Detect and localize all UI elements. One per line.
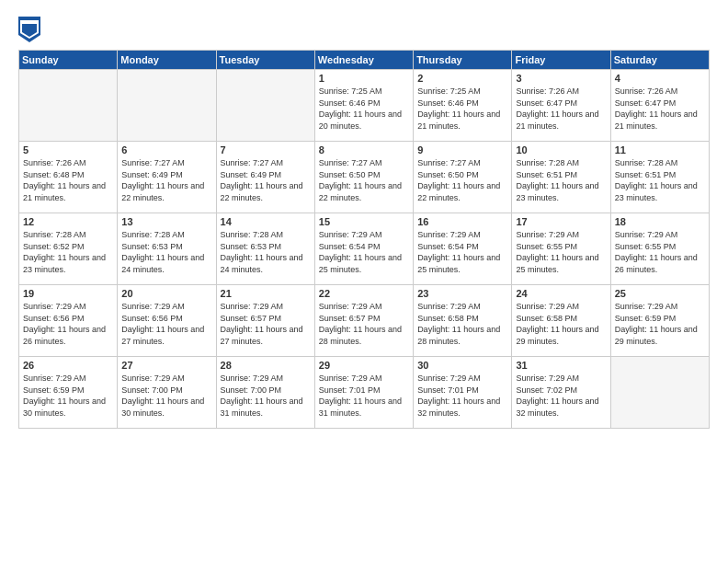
day-info: Sunrise: 7:26 AMSunset: 6:48 PMDaylight:… bbox=[23, 157, 113, 203]
day-number: 23 bbox=[417, 288, 507, 299]
day-number: 11 bbox=[615, 144, 705, 155]
day-number: 22 bbox=[319, 288, 409, 299]
weekday-header: Sunday bbox=[19, 51, 118, 70]
weekday-header: Tuesday bbox=[216, 51, 314, 70]
day-info: Sunrise: 7:29 AMSunset: 6:57 PMDaylight:… bbox=[221, 301, 311, 347]
calendar-cell: 7Sunrise: 7:27 AMSunset: 6:49 PMDaylight… bbox=[216, 142, 314, 213]
day-info: Sunrise: 7:26 AMSunset: 6:47 PMDaylight:… bbox=[615, 86, 705, 132]
calendar-cell: 23Sunrise: 7:29 AMSunset: 6:58 PMDayligh… bbox=[414, 285, 512, 357]
calendar-cell: 25Sunrise: 7:29 AMSunset: 6:59 PMDayligh… bbox=[610, 285, 709, 357]
calendar-cell: 4Sunrise: 7:26 AMSunset: 6:47 PMDaylight… bbox=[610, 70, 709, 142]
day-info: Sunrise: 7:29 AMSunset: 6:59 PMDaylight:… bbox=[23, 373, 113, 419]
calendar-cell: 15Sunrise: 7:29 AMSunset: 6:54 PMDayligh… bbox=[314, 213, 413, 285]
calendar-week-row: 26Sunrise: 7:29 AMSunset: 6:59 PMDayligh… bbox=[19, 357, 710, 429]
day-number: 14 bbox=[221, 216, 311, 227]
calendar-cell bbox=[610, 357, 709, 429]
weekday-header: Thursday bbox=[414, 51, 512, 70]
calendar-cell: 9Sunrise: 7:27 AMSunset: 6:50 PMDaylight… bbox=[414, 142, 512, 213]
day-number: 4 bbox=[615, 73, 705, 84]
day-info: Sunrise: 7:25 AMSunset: 6:46 PMDaylight:… bbox=[417, 86, 507, 132]
day-number: 15 bbox=[319, 216, 409, 227]
day-info: Sunrise: 7:29 AMSunset: 6:59 PMDaylight:… bbox=[615, 301, 705, 347]
day-number: 25 bbox=[615, 288, 705, 299]
weekday-header-row: SundayMondayTuesdayWednesdayThursdayFrid… bbox=[19, 51, 710, 70]
calendar-week-row: 12Sunrise: 7:28 AMSunset: 6:52 PMDayligh… bbox=[19, 213, 710, 285]
day-info: Sunrise: 7:28 AMSunset: 6:51 PMDaylight:… bbox=[516, 157, 606, 203]
weekday-header: Wednesday bbox=[314, 51, 413, 70]
day-number: 19 bbox=[23, 288, 113, 299]
day-number: 21 bbox=[221, 288, 311, 299]
calendar-cell: 20Sunrise: 7:29 AMSunset: 6:56 PMDayligh… bbox=[118, 285, 216, 357]
calendar-cell: 22Sunrise: 7:29 AMSunset: 6:57 PMDayligh… bbox=[314, 285, 413, 357]
day-info: Sunrise: 7:28 AMSunset: 6:52 PMDaylight:… bbox=[23, 229, 113, 275]
logo-icon bbox=[18, 17, 40, 42]
day-info: Sunrise: 7:25 AMSunset: 6:46 PMDaylight:… bbox=[319, 86, 409, 132]
day-info: Sunrise: 7:27 AMSunset: 6:49 PMDaylight:… bbox=[121, 157, 211, 203]
calendar-cell: 16Sunrise: 7:29 AMSunset: 6:54 PMDayligh… bbox=[414, 213, 512, 285]
calendar-cell: 12Sunrise: 7:28 AMSunset: 6:52 PMDayligh… bbox=[19, 213, 118, 285]
page: SundayMondayTuesdayWednesdayThursdayFrid… bbox=[0, 0, 728, 563]
day-info: Sunrise: 7:29 AMSunset: 6:56 PMDaylight:… bbox=[23, 301, 113, 347]
day-info: Sunrise: 7:26 AMSunset: 6:47 PMDaylight:… bbox=[516, 86, 606, 132]
day-number: 29 bbox=[319, 360, 409, 371]
day-info: Sunrise: 7:29 AMSunset: 6:58 PMDaylight:… bbox=[417, 301, 507, 347]
day-number: 5 bbox=[23, 144, 113, 155]
day-info: Sunrise: 7:29 AMSunset: 6:57 PMDaylight:… bbox=[319, 301, 409, 347]
calendar-cell: 14Sunrise: 7:28 AMSunset: 6:53 PMDayligh… bbox=[216, 213, 314, 285]
calendar-cell: 27Sunrise: 7:29 AMSunset: 7:00 PMDayligh… bbox=[118, 357, 216, 429]
day-info: Sunrise: 7:29 AMSunset: 6:55 PMDaylight:… bbox=[615, 229, 705, 275]
calendar-week-row: 5Sunrise: 7:26 AMSunset: 6:48 PMDaylight… bbox=[19, 142, 710, 213]
calendar-cell: 30Sunrise: 7:29 AMSunset: 7:01 PMDayligh… bbox=[414, 357, 512, 429]
calendar-cell: 19Sunrise: 7:29 AMSunset: 6:56 PMDayligh… bbox=[19, 285, 118, 357]
day-info: Sunrise: 7:29 AMSunset: 6:58 PMDaylight:… bbox=[516, 301, 606, 347]
day-number: 6 bbox=[121, 144, 211, 155]
day-number: 26 bbox=[23, 360, 113, 371]
calendar-cell: 11Sunrise: 7:28 AMSunset: 6:51 PMDayligh… bbox=[610, 142, 709, 213]
calendar-cell: 6Sunrise: 7:27 AMSunset: 6:49 PMDaylight… bbox=[118, 142, 216, 213]
day-number: 30 bbox=[417, 360, 507, 371]
calendar-cell: 29Sunrise: 7:29 AMSunset: 7:01 PMDayligh… bbox=[314, 357, 413, 429]
day-number: 12 bbox=[23, 216, 113, 227]
day-number: 17 bbox=[516, 216, 606, 227]
day-number: 10 bbox=[516, 144, 606, 155]
calendar-cell: 8Sunrise: 7:27 AMSunset: 6:50 PMDaylight… bbox=[314, 142, 413, 213]
day-info: Sunrise: 7:29 AMSunset: 6:54 PMDaylight:… bbox=[319, 229, 409, 275]
calendar-cell: 31Sunrise: 7:29 AMSunset: 7:02 PMDayligh… bbox=[512, 357, 610, 429]
calendar-cell bbox=[118, 70, 216, 142]
calendar: SundayMondayTuesdayWednesdayThursdayFrid… bbox=[18, 50, 710, 429]
header bbox=[18, 17, 710, 42]
day-number: 16 bbox=[417, 216, 507, 227]
day-number: 3 bbox=[516, 73, 606, 84]
calendar-cell: 2Sunrise: 7:25 AMSunset: 6:46 PMDaylight… bbox=[414, 70, 512, 142]
day-number: 27 bbox=[121, 360, 211, 371]
calendar-cell: 18Sunrise: 7:29 AMSunset: 6:55 PMDayligh… bbox=[610, 213, 709, 285]
calendar-cell: 24Sunrise: 7:29 AMSunset: 6:58 PMDayligh… bbox=[512, 285, 610, 357]
day-number: 31 bbox=[516, 360, 606, 371]
calendar-cell bbox=[216, 70, 314, 142]
calendar-cell: 26Sunrise: 7:29 AMSunset: 6:59 PMDayligh… bbox=[19, 357, 118, 429]
calendar-cell: 28Sunrise: 7:29 AMSunset: 7:00 PMDayligh… bbox=[216, 357, 314, 429]
day-number: 24 bbox=[516, 288, 606, 299]
day-number: 8 bbox=[319, 144, 409, 155]
day-info: Sunrise: 7:28 AMSunset: 6:53 PMDaylight:… bbox=[121, 229, 211, 275]
day-number: 2 bbox=[417, 73, 507, 84]
logo bbox=[18, 17, 44, 42]
calendar-cell: 1Sunrise: 7:25 AMSunset: 6:46 PMDaylight… bbox=[314, 70, 413, 142]
weekday-header: Saturday bbox=[610, 51, 709, 70]
weekday-header: Monday bbox=[118, 51, 216, 70]
day-info: Sunrise: 7:27 AMSunset: 6:50 PMDaylight:… bbox=[417, 157, 507, 203]
calendar-cell: 3Sunrise: 7:26 AMSunset: 6:47 PMDaylight… bbox=[512, 70, 610, 142]
day-info: Sunrise: 7:29 AMSunset: 7:00 PMDaylight:… bbox=[221, 373, 311, 419]
day-number: 9 bbox=[417, 144, 507, 155]
day-info: Sunrise: 7:27 AMSunset: 6:49 PMDaylight:… bbox=[221, 157, 311, 203]
calendar-cell: 17Sunrise: 7:29 AMSunset: 6:55 PMDayligh… bbox=[512, 213, 610, 285]
day-info: Sunrise: 7:28 AMSunset: 6:53 PMDaylight:… bbox=[221, 229, 311, 275]
day-info: Sunrise: 7:28 AMSunset: 6:51 PMDaylight:… bbox=[615, 157, 705, 203]
calendar-week-row: 1Sunrise: 7:25 AMSunset: 6:46 PMDaylight… bbox=[19, 70, 710, 142]
day-number: 18 bbox=[615, 216, 705, 227]
calendar-cell: 21Sunrise: 7:29 AMSunset: 6:57 PMDayligh… bbox=[216, 285, 314, 357]
day-info: Sunrise: 7:29 AMSunset: 7:02 PMDaylight:… bbox=[516, 373, 606, 419]
calendar-week-row: 19Sunrise: 7:29 AMSunset: 6:56 PMDayligh… bbox=[19, 285, 710, 357]
day-info: Sunrise: 7:29 AMSunset: 6:56 PMDaylight:… bbox=[121, 301, 211, 347]
calendar-cell bbox=[19, 70, 118, 142]
